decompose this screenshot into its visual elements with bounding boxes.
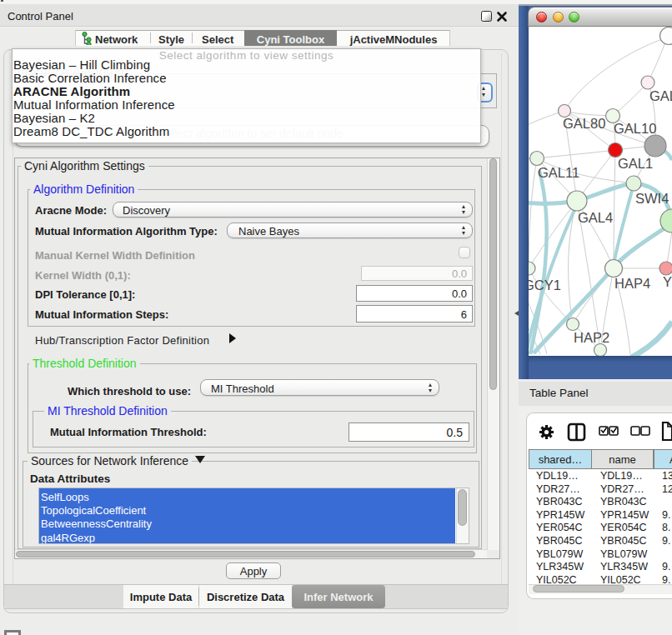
svg-text:GAL1: GAL1 bbox=[618, 156, 653, 171]
svg-text:GAL11: GAL11 bbox=[538, 165, 579, 180]
svg-text:GCY1: GCY1 bbox=[529, 278, 561, 292]
svg-text:GAL80: GAL80 bbox=[563, 116, 605, 131]
svg-text:HAP2: HAP2 bbox=[574, 330, 609, 345]
svg-text:GAL2: GAL2 bbox=[649, 88, 672, 103]
svg-text:GAL4: GAL4 bbox=[578, 210, 613, 225]
svg-text:HAP4: HAP4 bbox=[614, 276, 650, 291]
svg-text:SWI4: SWI4 bbox=[635, 191, 669, 206]
svg-text:Y: Y bbox=[663, 274, 672, 289]
svg-text:GAL10: GAL10 bbox=[614, 121, 656, 136]
